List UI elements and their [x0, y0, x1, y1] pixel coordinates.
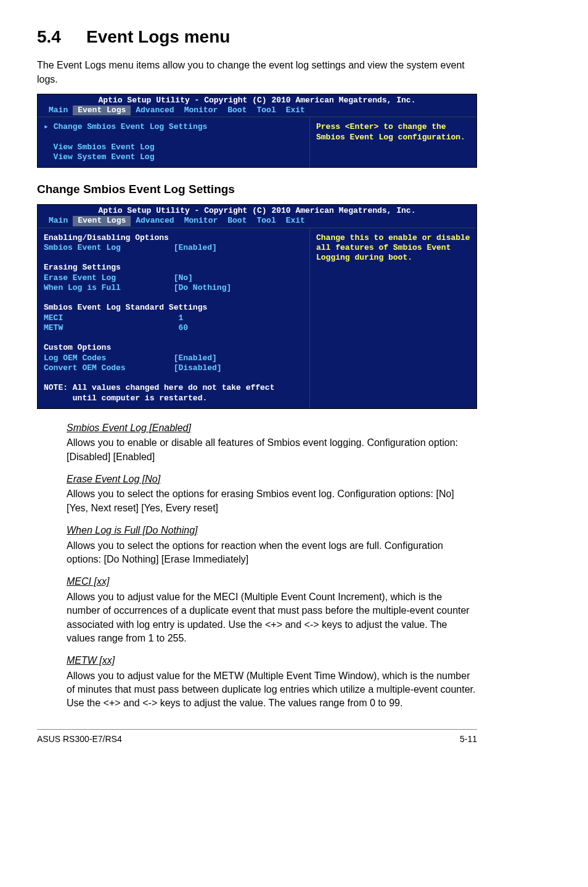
note-text: NOTE: All values changed here do not tak…	[44, 383, 274, 402]
bios-title: Aptio Setup Utility - Copyright (C) 2010…	[38, 205, 476, 216]
sub-heading: Change Smbios Event Log Settings	[37, 181, 477, 198]
setting-label: MECI	[44, 313, 63, 323]
desc-text: Allows you to adjust value for the METW …	[67, 669, 477, 711]
desc-title: When Log is Full [Do Nothing]	[67, 524, 477, 537]
setting-value: 1	[178, 313, 183, 323]
bios-title: Aptio Setup Utility - Copyright (C) 2010…	[38, 94, 476, 105]
bios-body: ▸ Change Smbios Event Log Settings View …	[38, 117, 476, 167]
bios-help-panel: Press <Enter> to change the Smbios Event…	[310, 117, 476, 167]
setting-value: [Disabled]	[174, 363, 222, 373]
arrow-icon: ▸	[44, 122, 54, 131]
bios-screenshot-2: Aptio Setup Utility - Copyright (C) 2010…	[37, 204, 477, 409]
setting-value: 60	[178, 323, 188, 332]
desc-block: Smbios Event Log [Enabled] Allows you to…	[67, 421, 477, 464]
footer-right: 5-11	[460, 733, 477, 746]
bios-tab-advanced: Advanced	[131, 105, 179, 115]
setting-value: [No]	[174, 273, 193, 283]
footer-left: ASUS RS300-E7/RS4	[37, 733, 122, 746]
bios-tab-boot: Boot	[223, 216, 251, 226]
setting-label: Smbios Event Log	[44, 243, 121, 252]
page-title: 5.4Event Logs menu	[37, 25, 477, 49]
desc-title: METW [xx]	[67, 654, 477, 667]
desc-text: Allows you to select the options for era…	[67, 487, 477, 515]
bios-tab-monitor: Monitor	[179, 105, 223, 115]
menu-item: View Smbios Event Log	[54, 142, 155, 152]
bios-tab-monitor: Monitor	[179, 216, 223, 226]
menu-item: Change Smbios Event Log Settings	[54, 122, 208, 131]
bios-tab-main: Main	[44, 216, 73, 226]
intro-text: The Event Logs menu items allow you to c…	[37, 59, 477, 86]
bios-tab-advanced: Advanced	[131, 216, 179, 226]
section-number: 5.4	[37, 25, 86, 49]
bios-help-panel: Change this to enable or disable all fea…	[310, 228, 476, 408]
desc-text: Allows you to enable or disable all feat…	[67, 436, 477, 464]
bios-tab-main: Main	[44, 105, 73, 115]
menu-item: View System Event Log	[54, 152, 155, 162]
setting-value: [Enabled]	[174, 353, 217, 363]
desc-block: METW [xx] Allows you to adjust value for…	[67, 654, 477, 711]
bios-body: Enabling/Disabling Options Smbios Event …	[38, 228, 476, 408]
section-title: Event Logs menu	[86, 27, 230, 46]
desc-title: MECI [xx]	[67, 575, 477, 588]
bios-screenshot-1: Aptio Setup Utility - Copyright (C) 2010…	[37, 94, 477, 168]
bios-left-panel: ▸ Change Smbios Event Log Settings View …	[38, 117, 310, 167]
desc-block: Erase Event Log [No] Allows you to selec…	[67, 472, 477, 515]
section-head: Erasing Settings	[44, 263, 121, 272]
desc-block: When Log is Full [Do Nothing] Allows you…	[67, 524, 477, 566]
bios-tab-event-logs: Event Logs	[73, 216, 131, 226]
desc-text: Allows you to select the options for rea…	[67, 539, 477, 567]
setting-value: [Enabled]	[174, 243, 217, 252]
bios-tab-tool: Tool	[251, 105, 280, 115]
setting-label: Convert OEM Codes	[44, 363, 126, 373]
setting-label: METW	[44, 323, 63, 332]
bios-left-panel: Enabling/Disabling Options Smbios Event …	[38, 228, 310, 408]
setting-label: Log OEM Codes	[44, 353, 106, 363]
bios-tab-boot: Boot	[223, 105, 251, 115]
bios-tab-exit: Exit	[281, 216, 310, 226]
section-head: Smbios Event Log Standard Settings	[44, 303, 207, 312]
page-footer: ASUS RS300-E7/RS4 5-11	[37, 729, 477, 746]
desc-title: Erase Event Log [No]	[67, 472, 477, 486]
bios-tab-event-logs: Event Logs	[73, 105, 131, 115]
desc-title: Smbios Event Log [Enabled]	[67, 421, 477, 435]
setting-label: Erase Event Log	[44, 273, 116, 283]
bios-tab-tool: Tool	[251, 216, 280, 226]
desc-text: Allows you to adjust value for the MECI …	[67, 590, 477, 646]
bios-tab-row: Main Event Logs Advanced Monitor Boot To…	[38, 105, 476, 117]
setting-label: When Log is Full	[44, 283, 121, 292]
bios-tab-exit: Exit	[281, 105, 310, 115]
section-head: Enabling/Disabling Options	[44, 233, 169, 242]
setting-value: [Do Nothing]	[174, 283, 232, 292]
section-head: Custom Options	[44, 343, 111, 352]
desc-block: MECI [xx] Allows you to adjust value for…	[67, 575, 477, 645]
bios-tab-row: Main Event Logs Advanced Monitor Boot To…	[38, 216, 476, 228]
